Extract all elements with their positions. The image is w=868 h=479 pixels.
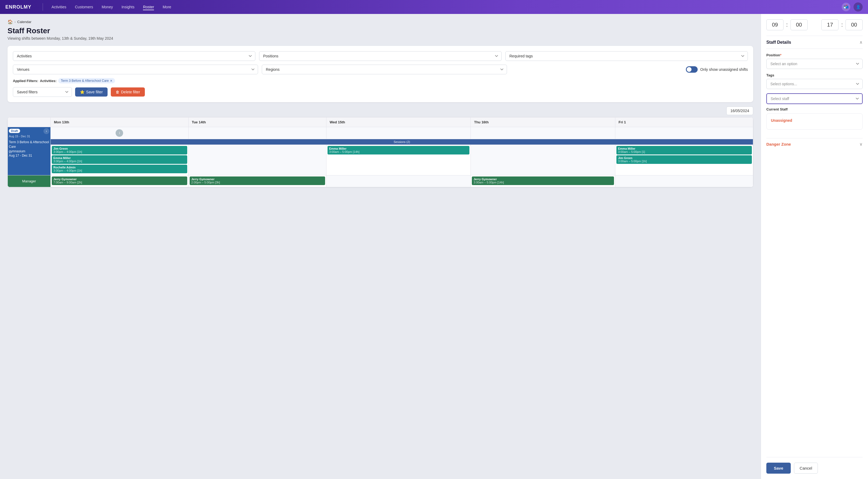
tags-field-group: Tags Select options...	[766, 73, 863, 89]
nav-customers[interactable]: Customers	[75, 4, 93, 10]
activity-venue: gymnasium	[9, 149, 49, 154]
breadcrumb-home-icon[interactable]: 🏠	[7, 19, 13, 24]
required-tags-filter[interactable]: Required tags	[505, 51, 748, 61]
shift-time: 3:00am – 5:00pm [14h]	[473, 181, 612, 184]
shift-card[interactable]: Jerry Gymowner 2:00pm – 5:00pm [3h]	[190, 177, 325, 185]
page-title: Staff Roster	[7, 27, 753, 35]
venues-filter[interactable]: Venues	[13, 65, 258, 74]
manager-row: Manager Jerry Gymowner 7:00am – 9:00am […	[8, 175, 753, 187]
date-display[interactable]: 16/05/2024	[726, 106, 753, 115]
save-filter-button[interactable]: ⭐ Save filter	[75, 88, 107, 97]
inbox-icon[interactable]: 📬	[842, 3, 850, 11]
shift-name: Jerry Gymowner	[473, 178, 612, 181]
unassigned-toggle-row: Only show unassigned shifts	[511, 65, 748, 74]
nav-more[interactable]: More	[162, 4, 171, 10]
delete-filter-button[interactable]: 🗑 Delete filter	[111, 88, 145, 97]
select-staff-select[interactable]: Select staff	[766, 93, 863, 104]
fri-empty-top	[615, 127, 753, 139]
start-colon: :	[786, 22, 788, 28]
shift-card[interactable]: Rochelle Admin 3:00pm – 4:00pm [1h]	[52, 165, 187, 173]
nav-roster[interactable]: Roster	[143, 4, 154, 10]
avatar: i	[116, 129, 123, 137]
nav-money[interactable]: Money	[102, 4, 113, 10]
unassigned-toggle[interactable]	[686, 66, 698, 73]
col-header-tue: Tue 14th	[188, 118, 326, 127]
saved-filters-select[interactable]: Saved filters	[13, 87, 72, 97]
nav-insights[interactable]: Insights	[122, 4, 134, 10]
shift-time: 3:00pm – 4:00pm [1h]	[53, 160, 186, 163]
position-field-group: Position* Select an option	[766, 53, 863, 69]
ground-staff-shifts-fri: Emma Miller 3:00am – 5:00pm [1] Jim Gree…	[615, 145, 753, 175]
staff-details-section-header: Staff Details ∧	[766, 36, 863, 49]
draft-nav-button[interactable]: ›	[43, 128, 49, 134]
right-panel: 09 : 00 17 : 00 Staff Details ∧ Position…	[761, 14, 868, 479]
manager-shifts-mon: Jerry Gymowner 7:00am – 9:00am [2h]	[51, 175, 189, 187]
start-hour[interactable]: 09	[766, 19, 783, 30]
nav-activities[interactable]: Activities	[52, 4, 66, 10]
shift-card[interactable]: Emma Miller 3:00pm – 4:00pm [1h]	[52, 155, 187, 164]
tags-select[interactable]: Select options...	[766, 79, 863, 89]
end-minute[interactable]: 00	[845, 19, 863, 30]
filter-tag-text: Term 3 Before & Afterschool Care	[61, 79, 109, 83]
draft-dates: Aug 15 - Dec 31	[9, 135, 49, 138]
star-icon: ⭐	[80, 90, 85, 94]
save-filter-label: Save filter	[86, 90, 103, 94]
shift-card[interactable]: Emma Miller 3:00am – 5:00pm [14h]	[328, 146, 470, 155]
panel-footer: Save Cancel	[766, 457, 863, 474]
activity-period: Aug 17 - Dec 31	[9, 153, 49, 158]
positions-filter[interactable]: Positions	[259, 51, 502, 61]
unassigned-text: Unassigned	[771, 118, 792, 123]
breadcrumb: 🏠 › Calendar	[7, 19, 753, 24]
shift-name: Jerry Gymowner	[53, 178, 186, 181]
breadcrumb-current: Calendar	[17, 20, 31, 24]
filter-tag-close[interactable]: ×	[110, 79, 113, 83]
shift-name: Emma Miller	[53, 156, 186, 160]
filter-row-1: Activities Positions Required tags	[13, 51, 748, 61]
user-avatar[interactable]: 👤	[854, 2, 863, 11]
manager-role-cell: Manager	[8, 175, 51, 187]
trash-icon: 🗑	[116, 90, 119, 94]
sessions-bar: Sessions (2)	[51, 139, 753, 145]
activities-filter[interactable]: Activities	[13, 51, 255, 61]
shift-card[interactable]: Jim Green 3:00am – 5:00pm [1h]	[616, 155, 752, 164]
shift-time: 3:00am – 5:00pm [1h]	[618, 160, 750, 163]
current-staff-box: Unassigned	[766, 114, 863, 130]
left-panel: 🏠 › Calendar Staff Roster Viewing shifts…	[0, 14, 761, 479]
start-minute[interactable]: 00	[790, 19, 808, 30]
col-header-wed: Wed 15th	[326, 118, 471, 127]
filter-card: Activities Positions Required tags Venue…	[7, 46, 753, 102]
ground-staff-shifts-mon: Jim Green 3:00pm – 4:00pm [1h] Emma Mill…	[51, 145, 189, 175]
position-select[interactable]: Select an option	[766, 59, 863, 69]
col-header-mon: Mon 13th	[51, 118, 189, 127]
end-hour[interactable]: 17	[821, 19, 838, 30]
shift-card[interactable]: Jerry Gymowner 3:00am – 5:00pm [14h]	[472, 177, 614, 185]
staff-details-toggle[interactable]: ∧	[860, 40, 863, 45]
ground-staff-shifts-thu	[471, 145, 615, 175]
saved-filter-row: Saved filters ⭐ Save filter 🗑 Delete fil…	[13, 87, 748, 97]
delete-filter-label: Delete filter	[121, 90, 140, 94]
save-button[interactable]: Save	[766, 462, 791, 474]
shift-card[interactable]: Jerry Gymowner 7:00am – 9:00am [2h]	[52, 177, 187, 185]
breadcrumb-separator: ›	[14, 20, 16, 24]
thu-empty-top	[471, 127, 615, 139]
time-row: 09 : 00 17 : 00	[766, 19, 863, 30]
navbar: ENROLMY Activities Customers Money Insig…	[0, 0, 868, 14]
activity-name: Term 3 Before & Afterschool Care	[9, 140, 49, 149]
end-colon: :	[841, 22, 843, 28]
danger-zone-header[interactable]: Danger Zone ∨	[766, 138, 863, 150]
shift-name: Rochelle Admin	[53, 166, 186, 169]
applied-filters: Applied Filters: Activities: Term 3 Befo…	[13, 78, 748, 84]
shift-name: Emma Miller	[329, 147, 468, 150]
danger-zone-section: Danger Zone ∨	[766, 138, 863, 150]
regions-filter[interactable]: Regions	[262, 65, 507, 74]
cancel-button[interactable]: Cancel	[794, 462, 818, 474]
ground-staff-shifts-tue	[188, 145, 326, 175]
calendar-table: Mon 13th Tue 14th Wed 15th Thu 16th Fri …	[7, 117, 753, 187]
danger-zone-title: Danger Zone	[766, 142, 791, 147]
danger-zone-toggle-icon: ∨	[860, 141, 863, 147]
shift-card[interactable]: Jim Green 3:00pm – 4:00pm [1h]	[52, 146, 187, 155]
page-subtitle: Viewing shifts between Monday, 13th & Su…	[7, 36, 753, 40]
tue-empty-top	[188, 127, 326, 139]
shift-card[interactable]: Emma Miller 3:00am – 5:00pm [1]	[616, 146, 752, 155]
shift-time: 3:00pm – 4:00pm [1h]	[53, 150, 186, 153]
